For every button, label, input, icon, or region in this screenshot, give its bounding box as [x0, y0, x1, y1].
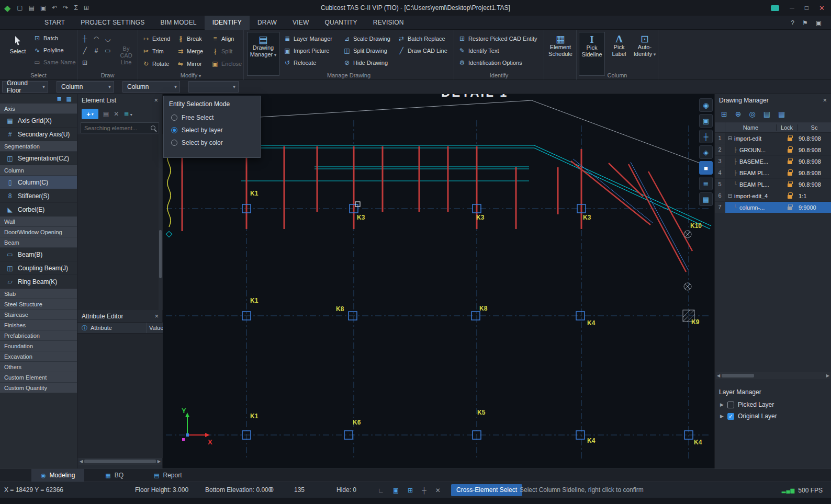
sidebar-item[interactable]: Custom Element [0, 372, 77, 383]
layers-icon[interactable]: ≣ [699, 177, 713, 190]
search-input[interactable] [84, 125, 149, 131]
ribbon-tab[interactable]: IDENTIFY [205, 16, 250, 30]
tile-view-icon[interactable]: ▦ [66, 96, 72, 102]
ribbon-tab[interactable]: QUANTITY [317, 16, 365, 30]
close-icon[interactable]: × [823, 96, 827, 104]
tree-expander-icon[interactable]: ├ [732, 158, 738, 164]
lock-icon[interactable] [781, 205, 799, 210]
tracking-icon[interactable]: ✕ [435, 487, 441, 494]
sidebar-item[interactable]: ▯ Column(C) [0, 176, 77, 189]
scrollbar-thumb[interactable] [159, 230, 162, 278]
dynamic-input-icon[interactable]: ⊞ [408, 487, 413, 494]
scroll-right-icon[interactable]: ▶ [158, 459, 161, 464]
manage-tool-button[interactable]: ╱ Draw CAD Line [398, 44, 447, 56]
drawing-row[interactable]: 2 ├ GROUN... 90.8:908 [715, 144, 831, 156]
sidebar-item[interactable]: ▱ Ring Beam(K) [0, 275, 77, 289]
draw-spline-icon[interactable]: ◡ [105, 35, 111, 42]
sidebar-item[interactable]: Others [0, 362, 77, 372]
help-icon[interactable]: ? [791, 19, 794, 27]
manage-tool-button[interactable]: ⇄ Batch Replace [398, 32, 447, 44]
selection-mode-option[interactable]: Select by color [164, 136, 260, 149]
save-icon[interactable]: ▣ [40, 4, 46, 12]
maximize-button[interactable]: □ [805, 4, 808, 12]
sidebar-item[interactable]: Custom Quantity [0, 383, 77, 393]
ribbon-tab[interactable]: BIM MODEL [153, 16, 205, 30]
drawing-row[interactable]: 4 ├ BEAM PL... 90.8:908 [715, 167, 831, 179]
minimize-button[interactable]: ─ [790, 4, 794, 12]
undo-icon[interactable]: ↶ [52, 4, 57, 12]
table-icon[interactable]: ⊞ [84, 4, 89, 12]
select-button[interactable]: Select [4, 32, 31, 68]
sum-icon[interactable]: Σ [74, 4, 77, 12]
panel-horizontal-scrollbar[interactable]: ◀ ▶ [716, 372, 830, 379]
sidebar-item[interactable]: Segmentation [0, 141, 77, 152]
sidebar-item[interactable]: Axis [0, 104, 77, 114]
expand-arrow-icon[interactable]: ▶ [720, 414, 724, 419]
locate-icon[interactable]: ⊕ [735, 110, 742, 118]
tree-expander-icon[interactable]: └ [732, 204, 738, 210]
modify-tool-button[interactable]: ∤ Split [211, 45, 244, 57]
sidebar-item[interactable]: ◣ Corbel(E) [0, 203, 77, 216]
draw-node-icon[interactable]: ┼ [82, 35, 88, 42]
drawing-row[interactable]: 3 ├ BASEME... 90.8:908 [715, 156, 831, 167]
tree-expander-icon[interactable]: ⊟ [727, 135, 733, 141]
modify-tool-button[interactable]: ∦ Break [177, 32, 211, 44]
pick-sideline-button[interactable]: I Pick Sideline [579, 32, 605, 76]
panel-horizontal-scrollbar[interactable]: ◀ ▶ [78, 458, 162, 465]
lock-icon[interactable] [781, 170, 799, 176]
add-drawing-icon[interactable]: ⊞ [721, 110, 727, 118]
tree-expander-icon[interactable]: ⊟ [727, 193, 733, 199]
sidebar-item[interactable]: ◫ Coupling Beam(J) [0, 261, 77, 275]
draw-arc-icon[interactable]: ◠ [93, 35, 99, 42]
cross-element-select-button[interactable]: Cross-Element Select [451, 484, 522, 496]
sidebar-item[interactable]: Steel Structure [0, 299, 77, 310]
sidebar-item[interactable]: # Secondary Axis(U) [0, 128, 77, 141]
ribbon-tab[interactable]: DRAW [250, 16, 285, 30]
new-file-icon[interactable]: ▢ [17, 4, 23, 12]
snap-icon[interactable]: ▣ [393, 487, 399, 494]
manage-tool-button[interactable]: ≣ Layer Manager [284, 32, 332, 44]
drawing-row[interactable]: 5 └ BEAM PL... 90.8:908 [715, 179, 831, 190]
selection-mode-option[interactable]: Select by layer [164, 124, 260, 136]
modify-tool-button[interactable]: ⇋ Mirror [177, 58, 211, 70]
sidebar-item[interactable]: Staircase [0, 310, 77, 320]
sidebar-item[interactable]: Finishes [0, 320, 77, 330]
drawing-row[interactable]: 6 ⊟ import-edit_4 1:1 [715, 190, 831, 202]
rename-icon[interactable]: ▤ [763, 110, 770, 118]
element-list-body[interactable] [77, 134, 163, 310]
lock-icon[interactable] [781, 193, 799, 199]
close-icon[interactable]: × [154, 96, 158, 104]
sidebar-item[interactable]: ◫ Segmentation(CZ) [0, 152, 77, 165]
delete-element-icon[interactable]: ✕ [114, 110, 119, 118]
identify-tool-button[interactable]: ⚙ Identification Options [458, 56, 537, 68]
draw-line-icon[interactable]: ╱ [82, 47, 88, 54]
ribbon-flag-icon[interactable]: ⚑ [802, 19, 808, 27]
list-view-icon[interactable]: ≣ [57, 96, 61, 102]
sidebar-item[interactable]: Wall [0, 216, 77, 227]
manage-tool-button[interactable]: ⊘ Hide Drawing [343, 56, 390, 68]
open-folder-icon[interactable]: ▤ [29, 4, 35, 12]
layer-item[interactable]: ▶ Original Layer [715, 410, 831, 422]
selection-mode-option[interactable]: Free Select [164, 111, 260, 124]
modify-tool-button[interactable]: ▣ Enclose [211, 58, 244, 70]
sidebar-item[interactable]: 8 Stiffener(S) [0, 189, 77, 203]
scroll-left-icon[interactable]: ◀ [717, 373, 720, 378]
element-list-scrollbar[interactable] [159, 134, 162, 310]
sidebar-item[interactable]: Foundation [0, 341, 77, 351]
identify-tool-button[interactable]: ✎ Identify Text [458, 44, 537, 56]
manage-tool-button[interactable]: ◫ Split Drawing [343, 44, 390, 56]
feedback-chat-icon[interactable] [771, 5, 779, 11]
workspace-tab[interactable]: ◉ Modeling [31, 469, 84, 482]
manage-tool-button[interactable]: ↺ Relocate [284, 56, 332, 68]
ortho-icon[interactable]: ∟ [378, 487, 384, 494]
manage-icon[interactable]: ▦ [778, 110, 785, 118]
ribbon-tab[interactable]: REVISION [365, 16, 412, 30]
redo-icon[interactable]: ↷ [63, 4, 68, 12]
select-tool-button[interactable]: ▭ Same-Name [33, 56, 76, 68]
sidebar-item[interactable]: Prefabrication [0, 330, 77, 341]
modify-tool-button[interactable]: ✂ Trim [142, 45, 177, 57]
tree-expander-icon[interactable]: ├ [732, 147, 738, 153]
scrollbar-thumb[interactable] [84, 460, 156, 463]
context-dropdown[interactable]: Column [57, 81, 114, 93]
orbit-icon[interactable]: ◈ [699, 145, 713, 159]
